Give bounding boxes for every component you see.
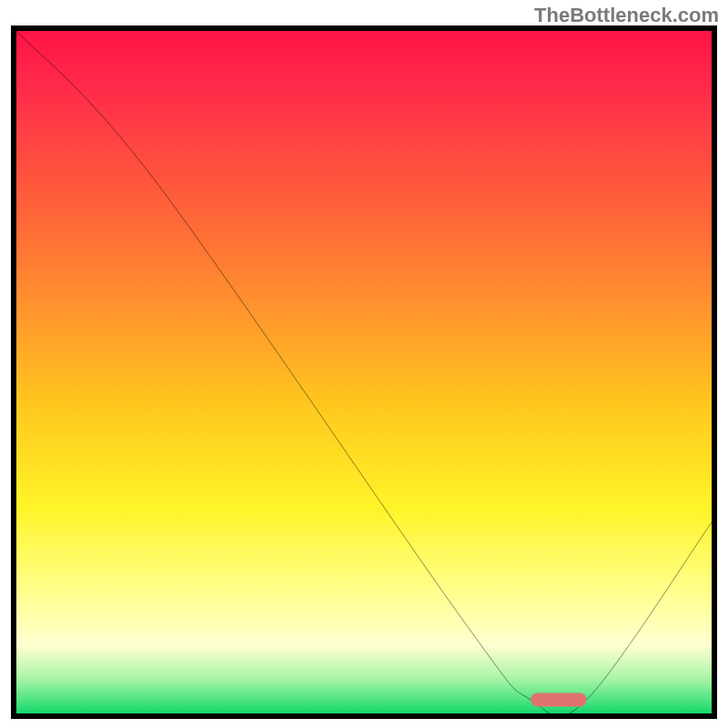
optimal-range-marker [531, 693, 586, 707]
bottleneck-curve [16, 31, 712, 713]
chart-svg [16, 31, 712, 713]
bottleneck-chart [11, 25, 717, 719]
watermark-text: TheBottleneck.com [534, 4, 719, 27]
